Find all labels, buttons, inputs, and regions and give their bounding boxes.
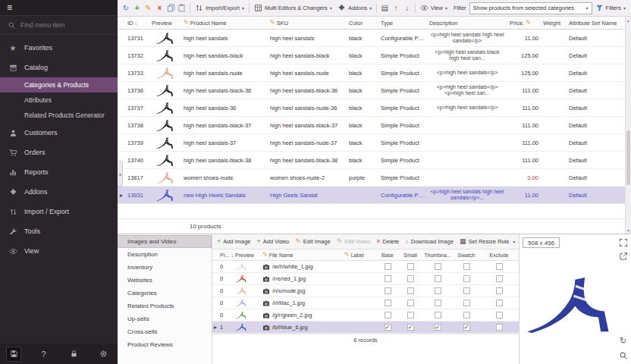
filters-button[interactable]: Filters ▾ [593,2,628,15]
base-checkbox[interactable]: ✓ [385,275,391,282]
copy-button[interactable] [165,2,176,15]
sidebar-item-catalog[interactable]: Catalog [0,58,118,77]
save-settings-button[interactable] [7,347,20,361]
image-row[interactable]: ▸ 0 /r/e/red_1.jpg ✓ ✓ ✓ ✓ [212,273,519,285]
column-header-sku[interactable]: ✎SKU [268,20,347,27]
expand-preview-button[interactable] [618,237,628,247]
help-button[interactable]: ? [37,347,51,361]
column-header-swatch[interactable]: Swatch [454,253,479,258]
detail-tab[interactable]: Description [118,248,212,261]
base-checkbox[interactable]: ✓ [385,263,391,270]
thumbnail-checkbox[interactable]: ✓ [435,300,441,306]
vertical-scrollbar[interactable]: ▲ ▼ [625,17,631,234]
view-menu[interactable]: View ▾ [418,2,450,15]
sort-asc-button[interactable]: ↑ [391,2,401,15]
edit-video-button[interactable]: ✎ Edit Video [337,238,371,245]
swatch-checkbox[interactable]: ✓ [463,287,470,294]
download-image-button[interactable]: ↓ Download Image [405,238,454,245]
lock-button[interactable] [67,347,80,361]
exclude-checkbox[interactable]: ✓ [496,263,503,270]
small-checkbox[interactable]: ✓ [407,263,414,270]
detail-tab[interactable]: Up-sells [118,312,212,325]
multi-editors-menu[interactable]: Multi Editors & Changers ▾ [252,2,334,15]
sidebar-item-view[interactable]: View [0,241,118,261]
detail-tab[interactable]: Related Products [118,300,212,312]
swatch-checkbox[interactable]: ✓ [463,324,470,331]
sidebar-item-related-products-generator[interactable]: Related Products Generator [0,108,118,123]
swatch-checkbox[interactable]: ✓ [463,275,470,282]
thumbnail-checkbox[interactable]: ✓ [435,263,441,270]
product-row[interactable]: ▸ 13737 high heel sandals-36 high heel s… [118,99,625,117]
base-checkbox[interactable]: ✓ [385,312,391,318]
refresh-button[interactable]: ↻ [121,2,131,15]
edit-product-button[interactable]: ✎ [143,2,154,15]
column-header-label[interactable]: ✎Label [343,252,376,258]
scroll-down-arrow[interactable]: ▼ [626,227,631,234]
swatch-checkbox[interactable]: ✓ [463,300,470,306]
scrollbar-thumb[interactable] [626,130,630,185]
image-row[interactable]: ▸ 0 /l/i/lilac_1.jpg ✓ ✓ ✓ ✓ [212,297,519,309]
product-row[interactable]: ▸ 13731 high heel sandals high heel sand… [118,30,625,47]
hamburger-menu-button[interactable]: ≡ [7,3,12,12]
column-header-file-name[interactable]: ✎File Name [261,252,343,258]
swatch-checkbox[interactable]: ✓ [463,263,470,270]
sidebar-item-categories-products[interactable]: Categories & Products [0,77,118,93]
detail-tab[interactable]: Cross-sells [118,325,212,338]
small-checkbox[interactable]: ✓ [407,324,414,331]
swatch-checkbox[interactable]: ✓ [463,312,470,318]
sidebar-item-attributes[interactable]: Attributes [0,93,118,108]
column-header-attribute-set[interactable]: Attribute Set Name [567,20,625,27]
column-header-color[interactable]: Color [347,20,378,27]
column-header-preview[interactable]: Preview [234,253,261,258]
column-header-type[interactable]: Type [378,20,427,27]
sidebar-item-customers[interactable]: Customers [0,123,118,143]
product-row[interactable]: ▸ 13817 women shoes-nude women shoes-nud… [118,169,625,187]
base-checkbox[interactable]: ✓ [385,287,391,294]
column-header-price[interactable]: Price,✎ [507,20,541,27]
sidebar-item-addons[interactable]: Addons [0,182,118,202]
image-row[interactable]: ▸ 1 /b/l/blue_6.jpg ✓ ✓ ✓ ✓ [212,322,519,334]
exclude-checkbox[interactable]: ✓ [496,287,503,294]
detail-tab[interactable]: Inventory [118,261,212,274]
base-checkbox[interactable]: ✓ [385,300,391,306]
small-checkbox[interactable]: ✓ [407,275,414,282]
small-checkbox[interactable]: ✓ [407,300,414,306]
sidebar-search-input[interactable] [20,21,100,29]
column-header-small[interactable]: Small [399,253,422,258]
sidebar-item-tools[interactable]: Tools [0,221,118,241]
image-row[interactable]: ▸ 0 /n/u/nude.jpg ✓ ✓ ✓ ✓ [212,285,519,297]
detail-tab[interactable]: Categories [118,287,212,300]
product-row[interactable]: ▸ 13732 high heel sandals-black high hee… [118,47,625,64]
product-row[interactable]: ▸ 13740 high heel sandals-black-38 high … [118,152,625,169]
columns-button[interactable]: ▤ [379,2,390,15]
sort-desc-button[interactable]: ↓ [402,2,413,15]
image-row[interactable]: ▸ 0 /w/h/white_1.jpg ✓ ✓ ✓ ✓ [212,261,519,273]
add-image-button[interactable]: + Add Image [217,238,251,245]
exclude-checkbox[interactable]: ✓ [496,312,503,318]
sidebar-item-reports[interactable]: Reports [0,162,118,182]
thumbnail-checkbox[interactable]: ✓ [435,275,441,282]
column-header-description[interactable]: Description [427,20,507,27]
column-header-base[interactable]: Base [376,253,399,258]
settings-button[interactable] [97,347,111,361]
zoom-image-button[interactable] [618,350,628,360]
product-row[interactable]: ▸ 13733 high heel sandals-nude high heel… [118,64,625,82]
column-header-exclude[interactable]: Exclude [479,253,519,258]
column-header-weight[interactable]: Weight [541,20,567,27]
rotate-image-button[interactable]: ↻ [618,336,628,346]
delete-product-button[interactable]: × [154,2,165,15]
image-row[interactable]: ▸ 0 /g/r/green_2.jpg ✓ ✓ ✓ ✓ [212,309,519,322]
column-header-product-name[interactable]: ✎Product Name [181,20,268,27]
base-checkbox[interactable]: ✓ [385,324,391,331]
sidebar-item-favorites[interactable]: ★ Favorites [0,38,118,58]
sidebar-collapse-handle[interactable]: ◂ [118,161,123,187]
column-header-preview[interactable]: Preview [149,20,181,27]
column-header-thumbnail[interactable]: Thumbna... [422,253,454,258]
addons-menu[interactable]: Addons ▾ [335,2,374,15]
set-resize-rule-button[interactable]: ▦ Set Resize Rule [460,238,515,245]
product-row[interactable]: ▸ 13931 new High Heels Sandals High Geel… [118,187,625,204]
exclude-checkbox[interactable]: ✓ [496,300,503,306]
thumbnail-checkbox[interactable]: ✓ [435,287,441,294]
add-product-button[interactable]: + [132,2,143,15]
detail-tab[interactable]: Images and Video [118,235,212,248]
